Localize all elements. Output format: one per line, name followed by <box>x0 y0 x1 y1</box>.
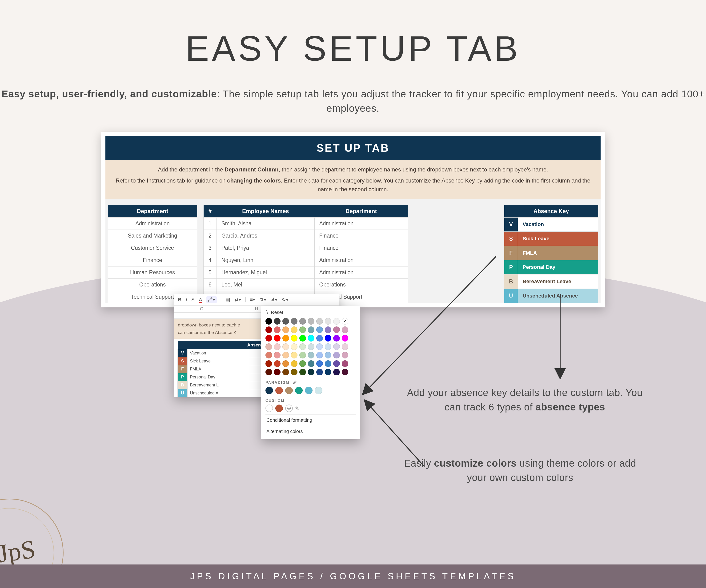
absence-key-row[interactable]: BBereavement Leave <box>504 275 598 289</box>
color-swatch[interactable] <box>266 369 272 375</box>
table-row[interactable]: 6Lee, MeiOperations <box>204 279 408 291</box>
employee-name-cell[interactable]: Lee, Mei <box>217 279 315 291</box>
alternating-colors-option[interactable]: Alternating colors <box>266 426 356 437</box>
color-swatch[interactable] <box>299 318 306 325</box>
absence-code-cell[interactable]: U <box>504 289 518 303</box>
employee-name-cell[interactable]: Nguyen, Linh <box>217 254 315 266</box>
absence-label-cell[interactable]: Personal Day <box>518 260 598 275</box>
color-swatch[interactable] <box>299 327 306 333</box>
halign-icon[interactable]: ≡▾ <box>250 297 256 302</box>
color-swatch[interactable] <box>325 352 331 359</box>
conditional-formatting-option[interactable]: Conditional formatting <box>266 414 356 426</box>
rotate-icon[interactable]: ↻▾ <box>282 297 288 302</box>
absence-code-cell[interactable]: S <box>504 232 518 246</box>
strike-icon[interactable]: S <box>191 297 195 302</box>
department-cell[interactable]: Finance <box>108 254 197 266</box>
employee-dept-cell[interactable]: Finance <box>314 229 408 242</box>
text-color-icon[interactable]: A <box>199 297 202 302</box>
color-swatch[interactable] <box>342 360 348 367</box>
table-row[interactable]: 4Nguyen, LinhAdministration <box>204 254 408 266</box>
absence-key-table[interactable]: Absence Key VVacationSSick LeaveFFMLAPPe… <box>504 205 598 303</box>
color-swatch[interactable] <box>299 352 306 359</box>
paradigm-color-row[interactable] <box>266 387 356 396</box>
color-swatch[interactable] <box>316 343 323 350</box>
color-swatch[interactable] <box>274 343 280 350</box>
color-swatch[interactable] <box>342 352 348 359</box>
fill-color-picker[interactable]: ∖ Reset PARADIGM 🖉 CUSTOM ⊕✎ Conditional… <box>261 306 360 439</box>
table-row[interactable]: 2Garcia, AndresFinance <box>204 229 408 242</box>
color-swatch[interactable] <box>333 335 340 341</box>
color-swatch[interactable] <box>308 360 314 367</box>
standard-color-grid[interactable] <box>266 318 356 379</box>
absence-label-cell[interactable]: Unscheduled Absence <box>518 289 598 303</box>
color-swatch[interactable] <box>274 318 280 325</box>
theme-color-swatch[interactable] <box>275 387 283 394</box>
color-swatch[interactable] <box>316 327 323 333</box>
color-swatch[interactable] <box>282 327 289 333</box>
department-table[interactable]: Department AdministrationSales and Marke… <box>108 205 197 303</box>
format-toolbar[interactable]: B I S A 🖉▾ ▤ ⇄▾ ≡▾ ⇅▾ ↲▾ ↻▾ <box>174 294 339 305</box>
absence-code-cell[interactable]: B <box>504 275 518 289</box>
absence-key-row[interactable]: SSick Leave <box>504 232 598 246</box>
color-swatch[interactable] <box>299 360 306 367</box>
merge-icon[interactable]: ⇄▾ <box>234 297 241 302</box>
absence-label-cell[interactable]: Sick Leave <box>518 232 598 246</box>
employee-name-cell[interactable]: Hernandez, Miguel <box>217 266 315 279</box>
color-swatch[interactable] <box>333 318 340 325</box>
color-swatch[interactable] <box>266 335 272 341</box>
theme-color-swatch[interactable] <box>266 387 273 394</box>
department-cell[interactable]: Customer Service <box>108 242 197 254</box>
table-row[interactable]: Administration <box>108 217 197 229</box>
absence-code-cell[interactable]: P <box>504 260 518 275</box>
table-row[interactable]: 1Smith, AishaAdministration <box>204 217 408 229</box>
color-swatch[interactable] <box>266 327 272 333</box>
color-swatch[interactable] <box>316 352 323 359</box>
edit-custom-colors-icon[interactable]: ✎ <box>295 406 299 411</box>
color-swatch[interactable] <box>308 335 314 341</box>
table-row[interactable]: 5Hernandez, MiguelAdministration <box>204 266 408 279</box>
color-swatch[interactable] <box>308 369 314 375</box>
absence-code-cell[interactable]: F <box>504 246 518 260</box>
absence-key-row[interactable]: PPersonal Day <box>504 260 598 275</box>
color-swatch[interactable] <box>316 369 323 375</box>
color-swatch[interactable] <box>266 318 272 325</box>
color-swatch[interactable] <box>325 318 331 325</box>
employee-dept-cell[interactable]: Operations <box>314 279 408 291</box>
color-swatch[interactable] <box>316 335 323 341</box>
color-swatch[interactable] <box>308 343 314 350</box>
color-swatch[interactable] <box>325 343 331 350</box>
table-row[interactable]: Finance <box>108 254 197 266</box>
color-swatch[interactable] <box>282 369 289 375</box>
color-swatch[interactable] <box>316 318 323 325</box>
custom-color-row[interactable]: ⊕✎ <box>266 405 356 414</box>
color-swatch[interactable] <box>325 335 331 341</box>
theme-color-swatch[interactable] <box>305 387 313 394</box>
color-swatch[interactable] <box>274 335 280 341</box>
absence-label-cell[interactable]: FMLA <box>518 246 598 260</box>
color-swatch[interactable] <box>266 343 272 350</box>
employee-name-cell[interactable]: Patel, Priya <box>217 242 315 254</box>
color-swatch[interactable] <box>316 360 323 367</box>
color-swatch[interactable] <box>299 369 306 375</box>
color-swatch[interactable] <box>299 343 306 350</box>
color-swatch[interactable] <box>274 327 280 333</box>
theme-color-swatch[interactable] <box>295 387 303 394</box>
department-cell[interactable]: Sales and Marketing <box>108 229 197 242</box>
color-swatch[interactable] <box>333 352 340 359</box>
add-custom-color-button[interactable]: ⊕ <box>285 405 293 412</box>
department-cell[interactable]: Administration <box>108 217 197 229</box>
employee-name-cell[interactable]: Garcia, Andres <box>217 229 315 242</box>
table-row[interactable]: Human Resources <box>108 266 197 279</box>
employee-dept-cell[interactable]: Administration <box>314 266 408 279</box>
color-swatch[interactable] <box>274 352 280 359</box>
color-swatch[interactable] <box>342 343 348 350</box>
theme-color-swatch[interactable] <box>285 387 293 394</box>
table-row[interactable]: Operations <box>108 279 197 291</box>
table-row[interactable]: Sales and Marketing <box>108 229 197 242</box>
color-swatch[interactable] <box>282 335 289 341</box>
color-swatch[interactable] <box>308 352 314 359</box>
custom-color-swatch[interactable] <box>275 405 283 412</box>
employee-dept-cell[interactable]: Administration <box>314 217 408 229</box>
employee-table[interactable]: # Employee Names Department 1Smith, Aish… <box>203 205 408 303</box>
color-swatch[interactable] <box>342 369 348 375</box>
